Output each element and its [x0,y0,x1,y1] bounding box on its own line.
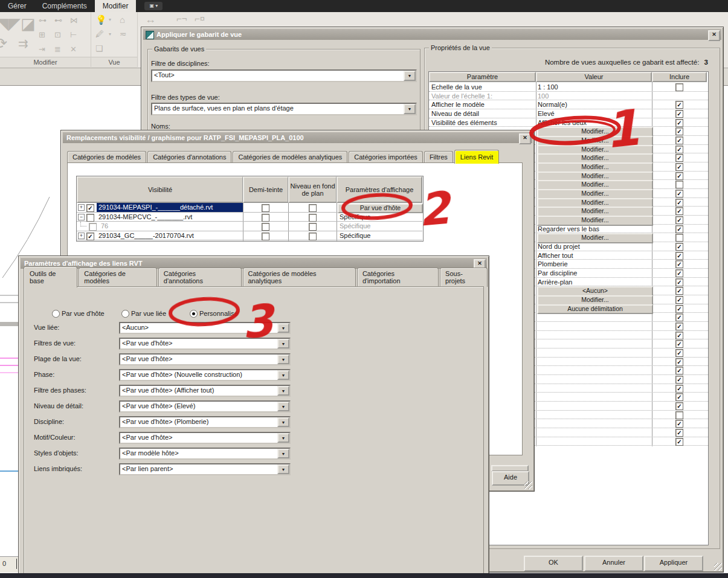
radio-par-vue-d-h-te[interactable] [52,310,60,318]
view-type-filter-select[interactable]: Plans de surface, vues en plan et plans … [151,103,417,115]
display-settings-button[interactable]: Par vue d'hôte [338,204,423,213]
include-checkbox[interactable]: ✓ [675,313,683,321]
include-checkbox[interactable]: ✓ [675,438,683,446]
link-row[interactable]: −291034-MEPCVC_-_______.rvtSpécifique [77,213,422,222]
rotate-icon[interactable]: ⟳ [0,35,7,52]
include-checkbox[interactable]: ✓ [675,420,683,428]
field-select-discipline-[interactable]: <Par vue d'hôte> (Plomberie)▼ [119,416,291,428]
include-checkbox[interactable]: ✓ [675,110,683,118]
include-checkbox[interactable]: ✓ [675,278,683,286]
underlay-checkbox[interactable] [309,223,317,231]
tab-cat-gories-d-annotations[interactable]: Catégories d'annotations [147,151,231,163]
close-icon[interactable]: ✕ [708,30,720,41]
include-checkbox[interactable]: ✓ [675,136,683,144]
3d-view-icon[interactable]: ⌂ [120,14,125,25]
tab-cat-gories-de-mod-les-analytiques[interactable]: Catégories de modèles analytiques [243,268,356,287]
halftone-checkbox[interactable] [262,204,269,212]
field-select-filtre-des-phases-[interactable]: <Par vue d'hôte> (Afficher tout)▼ [119,385,291,397]
dropdown-arrow-icon[interactable]: ▼ [277,370,289,380]
halftone-checkbox[interactable] [262,233,269,240]
distribute-icon[interactable]: ⊷ [54,16,62,25]
radio-par-vue-li-e[interactable] [121,310,129,318]
column-header-visibilite[interactable]: Visibilité [77,176,243,203]
tab-cat-gories-de-mod-les[interactable]: Catégories de modèles [79,268,157,287]
include-checkbox[interactable]: ✓ [675,252,683,260]
trim-icon[interactable]: ⋈ [70,16,78,25]
ribbon-tab-gérer[interactable]: Gérer [0,0,34,12]
include-checkbox[interactable]: ✓ [675,154,683,162]
dialog-title-bar[interactable]: Appliquer le gabarit de vue ✕ [143,29,721,40]
radio-personnalis-[interactable] [190,310,198,318]
include-checkbox[interactable]: ✓ [675,101,683,109]
include-checkbox[interactable]: ✓ [675,358,683,366]
column-header-niveau-fond-plan[interactable]: Niveau en fond de plan [288,176,337,203]
include-checkbox[interactable]: ✓ [675,260,683,268]
dropdown-arrow-icon[interactable]: ▾ [109,17,111,22]
frame-icon[interactable]: ⌐¬ [176,13,187,24]
resize-grip-icon[interactable] [714,563,722,571]
field-select-filtres-de-vue-[interactable]: <Par vue d'hôte>▼ [119,338,291,350]
tab-liens-revit[interactable]: Liens Revit [454,150,499,164]
include-checkbox[interactable]: ✓ [675,146,683,153]
include-checkbox[interactable]: ✓ [675,127,683,135]
include-checkbox[interactable]: ✓ [675,332,683,339]
column-header-parametre[interactable]: Paramètre [429,72,536,82]
include-checkbox[interactable]: ✓ [675,296,683,304]
tab-sous-projets[interactable]: Sous-projets [440,268,488,287]
halftone-checkbox[interactable] [262,223,269,231]
visibility-checkbox[interactable] [89,223,97,231]
visibility-checkbox[interactable] [86,214,94,222]
ribbon-tab-modifier[interactable]: Modifier [95,0,137,12]
include-checkbox[interactable]: ✓ [675,393,683,401]
tab-outils-de-base[interactable]: Outils de base [24,266,77,287]
ribbon-display-toggle[interactable]: ▣ ▾ [144,2,163,10]
help-button[interactable]: Aide [492,471,529,486]
frame-gear-icon[interactable]: ⌐¤ [195,13,205,24]
align-icon[interactable]: ⊶ [39,16,47,25]
edit-tool-icon[interactable]: ◪ [21,14,36,33]
link-row[interactable]: +✓291034-MEPASPI_-______détaché.rvtPar v… [77,203,422,213]
include-checkbox[interactable]: ✓ [675,243,683,251]
discipline-filter-select[interactable]: <Tout> ▼ [151,69,417,82]
resize-arrows-icon[interactable]: ↔ [145,13,156,26]
tab-cat-gories-de-mod-les-analytiques[interactable]: Catégories de modèles analytiques [233,151,347,163]
delete-icon[interactable]: ✕ [70,45,77,54]
dropdown-arrow-icon[interactable]: ▼ [404,104,416,114]
dropdown-arrow-icon[interactable]: ▼ [404,71,416,81]
include-checkbox[interactable]: ✓ [675,376,683,384]
include-checkbox[interactable] [675,234,683,242]
visibility-checkbox[interactable]: ✓ [86,233,94,240]
apply-button[interactable]: Appliquer [644,556,703,571]
box-icon[interactable]: ❏ [95,43,103,53]
expand-plus-icon[interactable]: + [78,204,85,211]
include-checkbox[interactable]: ✓ [675,385,683,393]
dropdown-arrow-icon[interactable]: ▼ [277,323,289,333]
copy-icon[interactable]: ≣ [54,45,61,54]
expand-minus-icon[interactable]: − [78,214,85,220]
column-header-valeur[interactable]: Valeur [536,72,652,82]
canvas-scroll-corner[interactable]: 0 [0,556,19,573]
field-select-motif-couleur-[interactable]: <Par vue d'hôte>▼ [119,432,291,444]
include-checkbox[interactable]: ✓ [675,172,683,180]
tab-cat-gories-de-mod-les[interactable]: Catégories de modèles [67,151,146,163]
include-checkbox[interactable] [675,83,683,91]
tab-cat-gories-d-importation[interactable]: Catégories d'importation [357,268,439,287]
dialog-title-bar[interactable]: Remplacements visibilité / graphisme pou… [63,132,532,143]
include-checkbox[interactable]: ✓ [675,402,683,410]
include-checkbox[interactable]: ✓ [675,305,683,313]
tab-cat-gories-import-es[interactable]: Catégories importées [349,151,423,163]
include-checkbox[interactable]: ✓ [675,190,683,197]
dropdown-arrow-icon[interactable]: ▼ [277,402,289,411]
include-checkbox[interactable]: ✓ [675,163,683,171]
include-checkbox[interactable]: ✓ [675,429,683,437]
field-select-vue-li-e-[interactable]: <Aucun>▼ [119,322,291,334]
dropdown-arrow-icon[interactable]: ▼ [277,386,289,396]
include-checkbox[interactable] [675,411,683,419]
move-icon[interactable]: ⇥ [39,45,45,54]
tab-cat-gories-d-annotations[interactable]: Catégories d'annotations [158,268,242,287]
include-checkbox[interactable]: ✓ [675,367,683,374]
paint-icon[interactable]: 🖉 [95,29,104,39]
dropdown-arrow-icon[interactable]: ▼ [277,433,289,443]
close-icon[interactable]: ✕ [519,133,531,144]
include-checkbox[interactable]: ✓ [675,349,683,357]
